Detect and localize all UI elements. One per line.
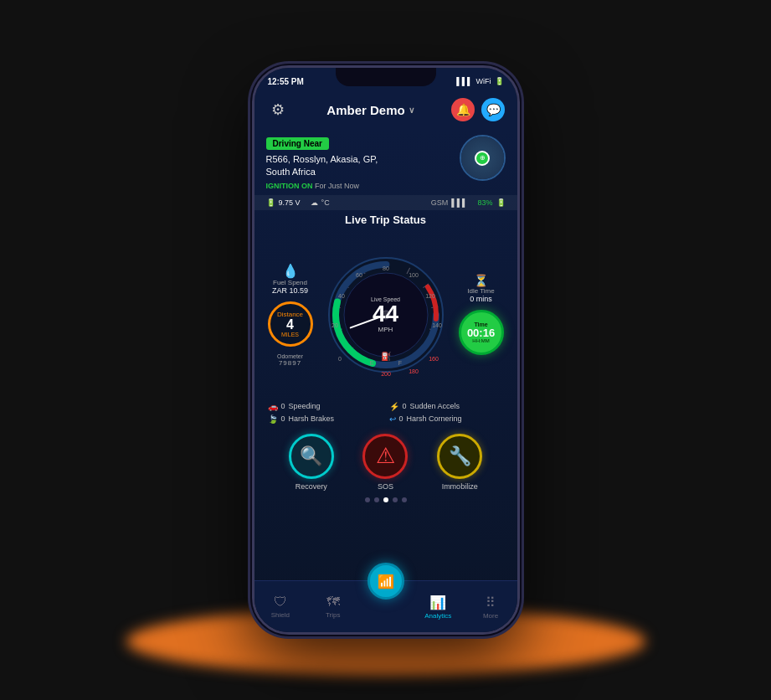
event-col-right: ⚡ 0 Sudden Accels ↩ 0 Harsh Cornering [389, 402, 504, 424]
svg-text:120: 120 [425, 293, 435, 299]
time-value: 00:16 [467, 327, 495, 338]
gsm-signal-icon: ▌▌▌ [451, 198, 467, 207]
wifi-nav-icon: 📶 [378, 574, 394, 589]
idle-icon: ⏳ [467, 274, 494, 287]
gauge-left: 💧 Fuel Spend ZAR 10.59 Distance 4 MILES … [261, 263, 320, 367]
location-address-line2: South Africa [266, 166, 460, 178]
shield-nav-label: Shield [271, 611, 290, 619]
time-unit: HH:MM [472, 338, 489, 343]
chat-icon: 💬 [486, 103, 501, 116]
phone-body: Driving Near R566, Rosslyn, Akasia, GP, … [254, 128, 517, 632]
sos-label: SOS [378, 482, 393, 491]
svg-text:⛽: ⛽ [381, 351, 392, 362]
more-nav-label: More [483, 612, 498, 620]
svg-text:160: 160 [429, 356, 439, 362]
sos-circle: ⚠ [362, 434, 408, 479]
nav-analytics[interactable]: 📊 Analytics [416, 594, 460, 620]
recovery-circle: 🔍 [289, 434, 334, 479]
live-trip-title: Live Trip Status [261, 214, 511, 226]
battery-percentage: 83% [477, 198, 492, 207]
signal-icon: ▌▌▌ [456, 77, 472, 85]
weather-item: ☁ °C [311, 198, 330, 207]
sos-button[interactable]: ⚠ SOS [362, 434, 408, 491]
page-dots [261, 494, 511, 506]
trips-nav-label: Trips [326, 611, 340, 619]
voltage-value: 9.75 V [279, 198, 301, 207]
harsh-corner-label: Harsh Cornering [407, 414, 462, 423]
location-address-line1: R566, Rosslyn, Akasia, GP, [266, 153, 460, 166]
immobilize-button[interactable]: 🔧 Immobilize [437, 434, 482, 491]
home-nav-button[interactable]: 📶 [368, 563, 404, 600]
fuel-spend-value: ZAR 10.59 [272, 286, 308, 295]
sudden-accel-icon: ⚡ [389, 402, 399, 411]
odometer-label: Odometer [277, 353, 303, 359]
recovery-button[interactable]: 🔍 Recovery [289, 434, 334, 491]
dot-4[interactable] [393, 497, 398, 502]
speedometer-container: 0 20 40 60 80 100 120 140 160 180 200 [320, 252, 452, 378]
gauges-row: 💧 Fuel Spend ZAR 10.59 Distance 4 MILES … [261, 231, 511, 399]
dot-3-active[interactable] [383, 497, 388, 502]
ignition-status: IGNITION ON For Just Now [266, 182, 460, 190]
header-action-icons: 🔔 💬 [451, 98, 505, 121]
speeding-count: 0 [281, 402, 285, 410]
nav-trips[interactable]: 🗺 Trips [311, 594, 355, 619]
status-icons: ▌▌▌ WiFi 🔋 [456, 77, 503, 85]
status-time: 12:55 PM [268, 77, 304, 86]
action-buttons: 🔍 Recovery ⚠ SOS 🔧 Immobilize [261, 427, 511, 494]
idle-value: 0 mins [467, 295, 494, 303]
mini-map[interactable]: ⊕ [460, 135, 506, 181]
speed-unit: MPH [371, 326, 400, 333]
ignition-time: For Just Now [315, 182, 359, 190]
svg-text:40: 40 [338, 293, 345, 299]
sudden-accel-count: 0 [403, 402, 407, 410]
location-info: Driving Near R566, Rosslyn, Akasia, GP, … [266, 135, 460, 190]
bottom-nav: 📶 🛡 Shield 🗺 Trips 📊 Analytics ⠿ More [254, 580, 517, 632]
fuel-icon: 💧 [272, 263, 308, 279]
harsh-brake-count: 0 [281, 414, 285, 423]
battery-voltage-item: 🔋 9.75 V [266, 198, 301, 207]
svg-text:140: 140 [432, 322, 442, 328]
header-bar: ⚙ Amber Demo ∨ 🔔 💬 [254, 91, 517, 128]
battery-bar-icon: 🔋 [496, 198, 506, 207]
dot-5[interactable] [402, 497, 407, 502]
live-trip-section: Live Trip Status 💧 Fuel Spend ZAR 10.59 … [254, 214, 517, 580]
idle-time-info: ⏳ Idle Time 0 mins [467, 274, 494, 303]
svg-text:100: 100 [409, 272, 419, 278]
map-location-dot: ⊕ [475, 151, 490, 166]
ignition-on-label: IGNITION ON [266, 182, 313, 190]
harsh-brake-event: 🍃 0 Harsh Brakes [268, 414, 383, 424]
svg-text:60: 60 [356, 272, 362, 278]
nav-shield[interactable]: 🛡 Shield [259, 594, 302, 619]
temp-unit: °C [321, 198, 330, 207]
nav-more[interactable]: ⠿ More [469, 594, 512, 620]
harsh-corner-count: 0 [399, 414, 403, 423]
sudden-accel-event: ⚡ 0 Sudden Accels [389, 402, 504, 411]
speeding-icon: 🚗 [268, 402, 278, 411]
chat-button[interactable]: 💬 [481, 98, 505, 121]
harsh-corner-event: ↩ 0 Harsh Cornering [389, 414, 504, 424]
time-circle: Time 00:16 HH:MM [459, 310, 504, 355]
dropdown-arrow-icon[interactable]: ∨ [409, 106, 414, 115]
recovery-icon: 🔍 [300, 445, 322, 467]
odometer-info: Odometer 79897 [277, 353, 303, 367]
battery-pct-item: 83% 🔋 [477, 198, 505, 207]
recovery-label: Recovery [296, 482, 327, 491]
sudden-accel-label: Sudden Accels [410, 402, 460, 410]
trips-nav-icon: 🗺 [326, 594, 340, 610]
location-section: Driving Near R566, Rosslyn, Akasia, GP, … [254, 128, 517, 195]
driving-near-badge: Driving Near [266, 137, 329, 150]
speeding-label: Speeding [289, 402, 321, 410]
event-col-left: 🚗 0 Speeding 🍃 0 Harsh Brakes [268, 402, 383, 424]
settings-icon[interactable]: ⚙ [266, 98, 290, 121]
fuel-spend-label: Fuel Spend [272, 279, 308, 286]
dot-2[interactable] [374, 497, 379, 502]
harsh-corner-icon: ↩ [389, 414, 396, 424]
dot-1[interactable] [365, 497, 370, 502]
svg-text:180: 180 [409, 368, 419, 374]
user-name: Amber Demo [326, 103, 404, 117]
phone-notch [336, 68, 436, 86]
notification-bell-button[interactable]: 🔔 [451, 98, 475, 121]
more-nav-icon: ⠿ [486, 594, 496, 610]
distance-unit: MILES [281, 332, 299, 337]
analytics-nav-label: Analytics [424, 612, 451, 620]
